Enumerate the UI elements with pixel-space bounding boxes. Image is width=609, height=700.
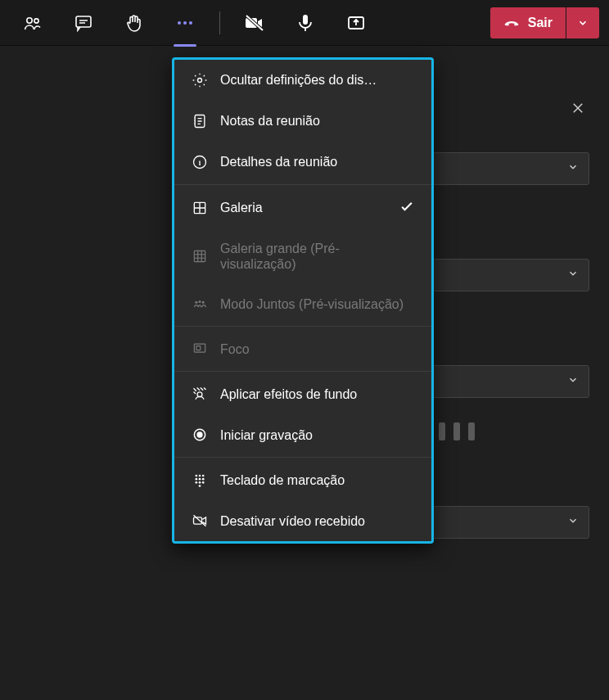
menu-item-background-effects[interactable]: Aplicar efeitos de fundo	[174, 373, 431, 414]
raise-hand-button[interactable]	[111, 0, 157, 46]
svg-point-23	[202, 475, 205, 477]
mic-icon	[295, 13, 315, 33]
menu-item-large-gallery: Galeria grande (Pré-visualização)	[174, 229, 431, 283]
svg-point-15	[202, 301, 205, 304]
menu-label: Modo Juntos (Pré-visualização)	[220, 296, 415, 312]
svg-point-27	[196, 481, 198, 484]
svg-point-8	[198, 79, 202, 83]
camera-toggle-button[interactable]	[232, 0, 277, 46]
grid-3x3-icon	[191, 247, 209, 265]
menu-divider	[174, 184, 431, 185]
panel-close-button[interactable]	[566, 97, 589, 120]
svg-point-3	[178, 21, 181, 25]
more-actions-menu: Ocultar definições do dis… Notas da reun…	[172, 57, 434, 544]
menu-label: Aplicar efeitos de fundo	[220, 386, 415, 402]
menu-label: Ocultar definições do dis…	[220, 72, 415, 88]
more-icon	[175, 13, 195, 33]
chevron-down-icon	[567, 515, 579, 530]
menu-label: Teclado de marcação	[220, 472, 415, 488]
leave-label: Sair	[528, 16, 553, 30]
svg-point-21	[196, 475, 198, 477]
background-effects-icon	[191, 385, 209, 403]
menu-label: Desativar vídeo recebido	[220, 513, 415, 529]
chevron-down-icon	[567, 374, 579, 389]
grid-2x2-icon	[191, 199, 209, 217]
people-icon	[23, 13, 43, 33]
svg-point-30	[199, 485, 201, 488]
chat-icon	[74, 13, 93, 33]
svg-point-26	[202, 478, 205, 481]
menu-divider	[174, 457, 431, 458]
svg-point-14	[199, 300, 201, 303]
menu-label: Iniciar gravação	[220, 427, 415, 443]
svg-point-0	[27, 17, 32, 22]
svg-point-5	[189, 21, 192, 25]
menu-label: Notas da reunião	[220, 113, 415, 129]
menu-item-device-settings[interactable]: Ocultar definições do dis…	[174, 60, 431, 101]
chevron-down-icon	[567, 268, 579, 282]
menu-item-turn-off-incoming-video[interactable]: Desativar vídeo recebido	[174, 500, 431, 541]
hand-icon	[124, 13, 144, 33]
check-icon	[399, 198, 415, 218]
svg-point-29	[202, 481, 205, 484]
close-icon	[571, 101, 585, 115]
more-actions-button[interactable]	[162, 0, 208, 46]
chevron-down-icon	[577, 17, 589, 29]
gear-icon	[191, 71, 209, 89]
svg-point-1	[34, 18, 38, 22]
info-icon	[191, 153, 209, 171]
camera-off-icon	[245, 13, 264, 33]
hangup-icon	[503, 15, 520, 31]
menu-label: Detalhes da reunião	[220, 154, 415, 169]
video-off-icon	[191, 512, 209, 530]
dialpad-icon	[191, 471, 209, 489]
svg-point-13	[195, 301, 197, 304]
leave-button[interactable]: Sair	[490, 7, 566, 38]
menu-label: Foco	[220, 341, 415, 357]
menu-item-together-mode: Modo Juntos (Pré-visualização)	[174, 283, 431, 324]
menu-label: Galeria	[220, 200, 387, 215]
svg-rect-2	[76, 16, 91, 27]
svg-point-22	[199, 475, 201, 477]
svg-point-20	[197, 432, 202, 437]
svg-rect-17	[196, 346, 201, 350]
chat-button[interactable]	[61, 0, 106, 46]
share-icon	[346, 13, 366, 33]
svg-point-28	[199, 481, 201, 484]
svg-point-24	[196, 478, 198, 481]
leave-group: Sair	[490, 7, 599, 38]
svg-rect-12	[194, 251, 205, 262]
menu-divider	[174, 371, 431, 372]
notes-icon	[191, 112, 209, 130]
menu-item-gallery[interactable]: Galeria	[174, 187, 431, 229]
svg-point-4	[183, 21, 187, 25]
leave-caret-button[interactable]	[566, 7, 599, 38]
meeting-toolbar: Sair	[0, 0, 609, 46]
record-icon	[191, 426, 209, 444]
participants-button[interactable]	[10, 0, 56, 46]
menu-item-meeting-details[interactable]: Detalhes da reunião	[174, 142, 431, 183]
toolbar-divider	[219, 11, 220, 34]
people-group-icon	[191, 295, 209, 313]
menu-divider	[174, 326, 431, 327]
svg-point-25	[199, 478, 201, 481]
share-screen-button[interactable]	[333, 0, 379, 46]
focus-icon	[191, 340, 209, 358]
menu-label: Galeria grande (Pré-visualização)	[220, 241, 415, 272]
menu-item-start-recording[interactable]: Iniciar gravação	[174, 414, 431, 455]
mic-level-indicator	[409, 422, 589, 440]
menu-item-dialpad[interactable]: Teclado de marcação	[174, 459, 431, 500]
menu-item-meeting-notes[interactable]: Notas da reunião	[174, 101, 431, 142]
chevron-down-icon	[567, 161, 579, 176]
svg-rect-6	[303, 15, 308, 25]
menu-item-focus: Foco	[174, 328, 431, 369]
mic-toggle-button[interactable]	[282, 0, 328, 46]
